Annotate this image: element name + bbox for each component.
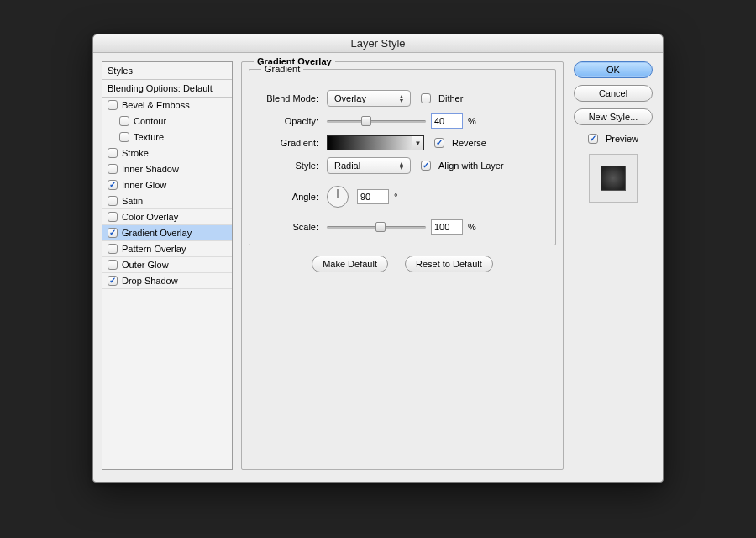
scale-slider[interactable] [327,221,426,233]
sidebar-item-label: Color Overlay [122,212,178,222]
checkbox-icon [421,93,431,103]
dither-checkbox[interactable]: Dither [421,93,463,103]
preview-swatch [601,166,626,191]
reverse-checkbox[interactable]: Reverse [434,138,486,148]
gradient-group: Gradient Blend Mode: Overlay ▲▼ Dither [249,69,556,245]
sidebar-item-label: Texture [134,132,164,142]
sidebar-item-label: Bevel & Emboss [122,100,190,110]
style-value: Radial [334,161,360,171]
sidebar-item-inner-shadow[interactable]: Inner Shadow [102,161,232,177]
sidebar-item-label: Drop Shadow [122,276,178,286]
reverse-label: Reverse [452,138,486,148]
styles-panel: Styles Blending Options: Default Bevel &… [102,61,233,470]
ok-button[interactable]: OK [574,61,653,78]
sidebar-item-label: Satin [122,196,143,206]
checkbox-icon[interactable] [108,260,118,270]
scale-unit: % [468,222,476,232]
checkbox-icon [421,161,431,171]
checkbox-icon[interactable] [108,180,118,190]
dither-label: Dither [438,93,463,103]
reset-default-button[interactable]: Reset to Default [405,256,493,272]
sidebar-item-label: Gradient Overlay [122,228,192,238]
sidebar-item-label: Inner Shadow [122,164,179,174]
gradient-label: Gradient: [256,138,322,148]
blend-mode-value: Overlay [334,93,366,103]
settings-panel: Gradient Overlay Gradient Blend Mode: Ov… [241,61,564,470]
gradient-overlay-group: Gradient Overlay Gradient Blend Mode: Ov… [241,61,564,470]
align-label: Align with Layer [438,161,504,171]
sidebar-item-label: Stroke [122,148,149,158]
sidebar-item-pattern-overlay[interactable]: Pattern Overlay [102,241,232,257]
sidebar-item-outer-glow[interactable]: Outer Glow [102,257,232,273]
opacity-label: Opacity: [256,116,322,126]
opacity-input[interactable] [431,113,463,129]
align-checkbox[interactable]: Align with Layer [421,161,504,171]
sidebar-item-label: Inner Glow [122,180,166,190]
checkbox-icon[interactable] [108,276,118,286]
angle-input[interactable] [357,189,389,204]
preview-label: Preview [606,134,638,144]
dialog-buttons: OK Cancel New Style... Preview [572,61,654,470]
layer-style-dialog: Layer Style Styles Blending Options: Def… [92,34,664,483]
chevron-updown-icon: ▲▼ [396,161,407,170]
checkbox-icon[interactable] [108,100,118,110]
opacity-unit: % [468,116,476,126]
scale-input[interactable] [431,219,463,235]
sidebar-item-contour[interactable]: Contour [102,113,232,129]
blend-mode-label: Blend Mode: [256,93,322,103]
cancel-button[interactable]: Cancel [574,85,653,102]
chevron-updown-icon: ▲▼ [396,94,407,103]
window-titlebar: Layer Style [93,34,663,53]
checkbox-icon[interactable] [119,132,129,142]
gradient-swatch[interactable]: ▼ [327,135,424,150]
window-title: Layer Style [350,37,405,50]
sidebar-item-drop-shadow[interactable]: Drop Shadow [102,273,232,289]
new-style-button[interactable]: New Style... [574,108,653,125]
group-legend-inner: Gradient [261,64,303,74]
scale-label: Scale: [256,222,322,232]
checkbox-icon[interactable] [108,244,118,254]
sidebar-item-gradient-overlay[interactable]: Gradient Overlay [102,225,232,241]
sidebar-item-label: Contour [134,116,166,126]
checkbox-icon[interactable] [108,228,118,238]
chevron-down-icon[interactable]: ▼ [412,136,423,150]
checkbox-icon [434,138,444,148]
checkbox-icon[interactable] [119,116,129,126]
sidebar-item-inner-glow[interactable]: Inner Glow [102,177,232,193]
preview-checkbox[interactable]: Preview [588,134,638,144]
sidebar-item-label: Pattern Overlay [122,244,186,254]
checkbox-icon [588,134,598,144]
sidebar-item-texture[interactable]: Texture [102,129,232,145]
angle-dial[interactable] [327,186,349,208]
sidebar-item-color-overlay[interactable]: Color Overlay [102,209,232,225]
style-label: Style: [256,161,322,171]
blending-options-header[interactable]: Blending Options: Default [102,80,232,98]
styles-header[interactable]: Styles [102,62,232,80]
sidebar-item-satin[interactable]: Satin [102,193,232,209]
sidebar-item-bevel[interactable]: Bevel & Emboss [102,98,232,113]
make-default-button[interactable]: Make Default [312,256,388,272]
checkbox-icon[interactable] [108,212,118,222]
angle-label: Angle: [256,192,322,202]
checkbox-icon[interactable] [108,196,118,206]
checkbox-icon[interactable] [108,164,118,174]
blend-mode-select[interactable]: Overlay ▲▼ [327,90,411,107]
preview-thumbnail [589,154,638,203]
style-select[interactable]: Radial ▲▼ [327,157,411,174]
sidebar-item-label: Outer Glow [122,260,169,270]
checkbox-icon[interactable] [108,148,118,158]
angle-unit: ° [394,192,397,202]
opacity-slider[interactable] [327,115,426,127]
sidebar-item-stroke[interactable]: Stroke [102,145,232,161]
